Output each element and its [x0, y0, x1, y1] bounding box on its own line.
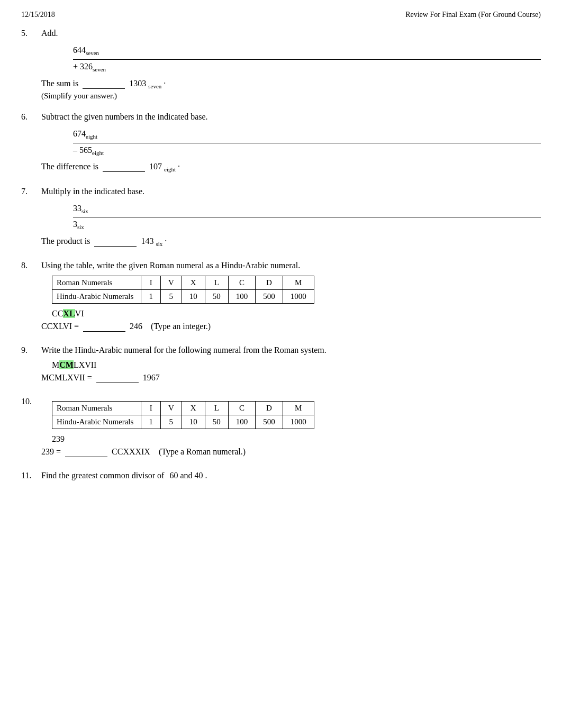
problem-5-number: 5.: [21, 29, 37, 38]
p5-answer-line[interactable]: [83, 79, 125, 89]
p8-table-header-0: Roman Numerals: [52, 276, 141, 290]
problem-6-math-row1: 674eight: [73, 127, 541, 143]
p7-line1: 33: [73, 204, 81, 213]
p8-table-header-3: X: [182, 276, 205, 290]
p8-table-header-1: I: [141, 276, 161, 290]
p10-table-header-5: C: [228, 402, 256, 415]
problem-5-math-row1: 644seven: [73, 43, 541, 60]
p10-table-header-3: X: [182, 402, 205, 415]
problem-6-result: The difference is 107 eight ·: [41, 162, 541, 172]
problem-6-math-row2: – 565eight: [73, 143, 541, 158]
problem-6-title: Subtract the given numbers in the indica…: [41, 112, 541, 122]
problem-5-title: Add.: [41, 29, 541, 38]
p8-eq-value: 246: [130, 322, 142, 331]
p8-table-val-4: 50: [205, 290, 228, 304]
p8-eq-label: CCXLVI =: [41, 322, 79, 331]
p9-eq-label: MCMLXVII =: [41, 373, 92, 382]
problem-7: 7. Multiply in the indicated base. 33six…: [21, 187, 541, 250]
p7-answer-line[interactable]: [94, 236, 137, 247]
p8-table-header-6: D: [256, 276, 283, 290]
p11-title-text: Find the greatest common divisor of: [41, 471, 164, 480]
p8-table-val-0: Hindu-Arabic Numerals: [52, 290, 141, 304]
p7-line1-sub: six: [81, 208, 88, 214]
p8-highlight: XL: [63, 309, 75, 318]
problem-5-simplify: (Simplify your answer.): [41, 92, 541, 101]
problem-7-math-row2: 3six: [73, 217, 541, 232]
problem-7-math-row1: 33six: [73, 202, 541, 218]
p8-table-val-3: 10: [182, 290, 205, 304]
problem-8-equation: CCXLVI = 246 (Type an integer.): [41, 322, 541, 332]
p8-table-val-7: 1000: [283, 290, 314, 304]
p8-table-header-7: M: [283, 276, 314, 290]
p9-eq-answer[interactable]: [96, 373, 139, 383]
p10-table-val-7: 1000: [283, 415, 314, 429]
p9-highlight: CM: [59, 360, 74, 369]
p8-table-header-4: L: [205, 276, 228, 290]
problem-11: 11. Find the greatest common divisor of …: [21, 471, 541, 486]
problem-7-result: The product is 143 six ·: [41, 236, 541, 247]
problem-6: 6. Subtract the given numbers in the ind…: [21, 112, 541, 175]
p6-line1: 674: [73, 129, 86, 138]
p10-eq-answer[interactable]: [65, 447, 107, 457]
problem-8-title: Using the table, write the given Roman n…: [41, 261, 541, 270]
p7-line2: 3: [73, 220, 77, 229]
p10-table-header-6: D: [256, 402, 283, 415]
p7-result-sub: six: [156, 241, 162, 247]
p5-result-value: 1303: [129, 79, 146, 88]
problem-5-math-row2: + 326seven: [73, 60, 541, 75]
problem-10-table: Roman Numerals I V X L C D M Hindu-Arabi…: [52, 401, 314, 429]
p8-table-header-5: C: [228, 276, 256, 290]
date-label: 12/15/2018: [21, 11, 55, 19]
problem-9-equation: MCMLXVII = 1967: [41, 373, 541, 383]
problem-5-result: The sum is 1303 seven ·: [41, 79, 541, 89]
p8-eq-answer[interactable]: [83, 322, 125, 332]
problem-10-number-display: 239: [52, 434, 541, 444]
p10-table-header-1: I: [141, 402, 161, 415]
p10-eq-label: 239 =: [41, 447, 61, 456]
p8-table-header-2: V: [160, 276, 182, 290]
problem-5: 5. Add. 644seven + 326seven The sum is 1…: [21, 29, 541, 101]
problem-10-number: 10.: [21, 397, 37, 406]
p6-result-label: The difference is: [41, 162, 98, 171]
p5-line2-sub: seven: [93, 66, 106, 72]
p6-line2: – 565: [73, 145, 92, 154]
p11-values: 60 and 40 .: [169, 471, 207, 480]
p5-result-sub: seven: [148, 83, 161, 89]
p10-table-header-0: Roman Numerals: [52, 402, 141, 415]
p6-answer-line[interactable]: [103, 162, 145, 172]
problem-9-number: 9.: [21, 345, 37, 355]
p5-result-label: The sum is: [41, 79, 78, 88]
p10-table-val-0: Hindu-Arabic Numerals: [52, 415, 141, 429]
p6-result-dot: ·: [178, 162, 180, 171]
problem-10-equation: 239 = CCXXXIX (Type a Roman numeral.): [41, 447, 541, 457]
problem-7-title: Multiply in the indicated base.: [41, 187, 541, 196]
p9-eq-value: 1967: [143, 373, 160, 382]
p8-table-val-1: 1: [141, 290, 161, 304]
problem-9-roman-display: MCMLXVII: [52, 360, 541, 370]
problem-11-number: 11.: [21, 471, 37, 480]
p10-table-val-2: 5: [160, 415, 182, 429]
p8-table-val-2: 5: [160, 290, 182, 304]
p5-line2: + 326: [73, 62, 93, 71]
p5-result-dot: ·: [164, 79, 166, 88]
problem-9: 9. Write the Hindu-Arabic numeral for th…: [21, 345, 541, 385]
p5-line1: 644: [73, 46, 86, 54]
p7-result-label: The product is: [41, 236, 90, 245]
problem-9-title: Write the Hindu-Arabic numeral for the f…: [41, 345, 541, 355]
p6-line2-sub: eight: [92, 150, 104, 156]
page-title: Review For Final Exam (For Ground Course…: [405, 11, 541, 19]
p5-line1-sub: seven: [86, 50, 99, 56]
p10-table-val-3: 10: [182, 415, 205, 429]
problem-7-number: 7.: [21, 187, 37, 196]
problem-11-title: Find the greatest common divisor of 60 a…: [41, 471, 541, 480]
p8-eq-note: (Type an integer.): [151, 322, 211, 331]
p7-line2-sub: six: [77, 224, 84, 230]
p7-result-dot: ·: [165, 236, 167, 245]
problem-6-number: 6.: [21, 112, 37, 122]
p10-table-val-6: 500: [256, 415, 283, 429]
problem-8-roman-display: CCXLVI: [52, 309, 541, 319]
p10-table-header-7: M: [283, 402, 314, 415]
problem-8: 8. Using the table, write the given Roma…: [21, 261, 541, 334]
problem-8-number: 8.: [21, 261, 37, 270]
p8-table-val-5: 100: [228, 290, 256, 304]
